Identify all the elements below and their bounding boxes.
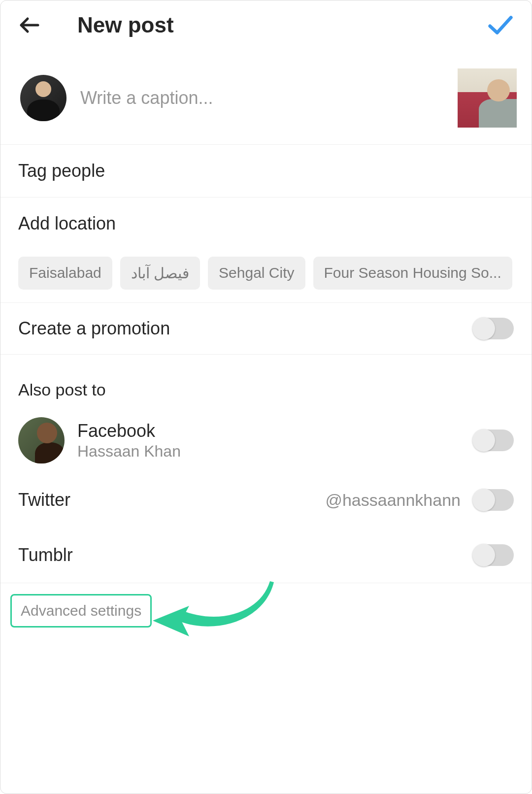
caption-input[interactable] bbox=[66, 88, 458, 108]
post-thumbnail[interactable] bbox=[458, 68, 517, 128]
page-title: New post bbox=[77, 13, 486, 37]
share-sub-facebook: Hassaan Khan bbox=[77, 442, 473, 461]
location-chip[interactable]: فیصل آباد bbox=[120, 257, 200, 290]
tag-people-row[interactable]: Tag people bbox=[0, 145, 532, 198]
tumblr-toggle[interactable] bbox=[473, 544, 514, 566]
share-title-facebook: Facebook bbox=[77, 421, 473, 441]
location-chip[interactable]: Four Season Housing So... bbox=[313, 257, 512, 290]
facebook-avatar bbox=[18, 417, 65, 463]
user-avatar bbox=[20, 75, 66, 121]
location-chip[interactable]: Sehgal City bbox=[208, 257, 305, 290]
annotation-arrow-icon bbox=[151, 580, 284, 639]
confirm-check-icon[interactable] bbox=[486, 11, 515, 39]
caption-area bbox=[0, 50, 532, 145]
add-location-row[interactable]: Add location bbox=[0, 198, 532, 250]
create-promotion-label: Create a promotion bbox=[18, 318, 473, 339]
share-title-tumblr: Tumblr bbox=[18, 545, 73, 565]
twitter-toggle[interactable] bbox=[473, 489, 514, 511]
share-row-facebook: Facebook Hassaan Khan bbox=[0, 408, 532, 472]
share-row-tumblr: Tumblr bbox=[0, 528, 532, 583]
share-row-twitter: Twitter @hassaannkhann bbox=[0, 472, 532, 528]
share-text: Facebook Hassaan Khan bbox=[77, 421, 473, 461]
location-suggestions: Faisalabad فیصل آباد Sehgal City Four Se… bbox=[0, 250, 532, 303]
also-post-heading: Also post to bbox=[0, 355, 532, 408]
location-chip[interactable]: Faisalabad bbox=[18, 257, 112, 290]
advanced-settings-button[interactable]: Advanced settings bbox=[10, 594, 152, 628]
back-arrow-icon[interactable] bbox=[15, 11, 44, 39]
share-title-twitter: Twitter bbox=[18, 490, 70, 510]
create-promotion-toggle[interactable] bbox=[473, 318, 514, 339]
header: New post bbox=[0, 0, 532, 50]
advanced-settings-area: Advanced settings bbox=[0, 583, 532, 637]
create-promotion-row: Create a promotion bbox=[0, 303, 532, 355]
twitter-handle: @hassaannkhann bbox=[70, 491, 473, 510]
facebook-toggle[interactable] bbox=[473, 430, 514, 451]
